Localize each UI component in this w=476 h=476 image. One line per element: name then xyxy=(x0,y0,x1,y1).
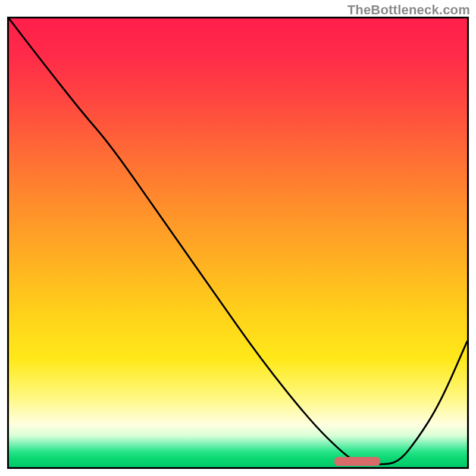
bottleneck-curve xyxy=(9,18,467,464)
minimum-marker xyxy=(334,457,380,466)
chart-container: TheBottleneck.com xyxy=(0,0,476,476)
plot-area xyxy=(7,17,469,469)
watermark-text: TheBottleneck.com xyxy=(347,2,470,18)
curve-svg xyxy=(9,18,467,467)
